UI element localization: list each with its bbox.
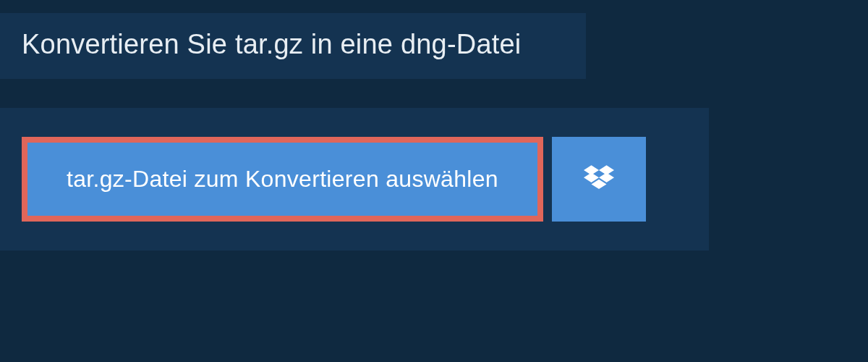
select-file-button[interactable]: tar.gz-Datei zum Konvertieren auswählen xyxy=(22,137,543,222)
dropbox-source-button[interactable] xyxy=(552,137,646,222)
dropbox-icon xyxy=(584,163,614,196)
file-select-row: tar.gz-Datei zum Konvertieren auswählen xyxy=(0,108,709,251)
converter-panel: Konvertieren Sie tar.gz in eine dng-Date… xyxy=(0,0,709,251)
header: Konvertieren Sie tar.gz in eine dng-Date… xyxy=(0,13,586,79)
select-file-label: tar.gz-Datei zum Konvertieren auswählen xyxy=(67,166,498,193)
page-title: Konvertieren Sie tar.gz in eine dng-Date… xyxy=(22,29,564,60)
